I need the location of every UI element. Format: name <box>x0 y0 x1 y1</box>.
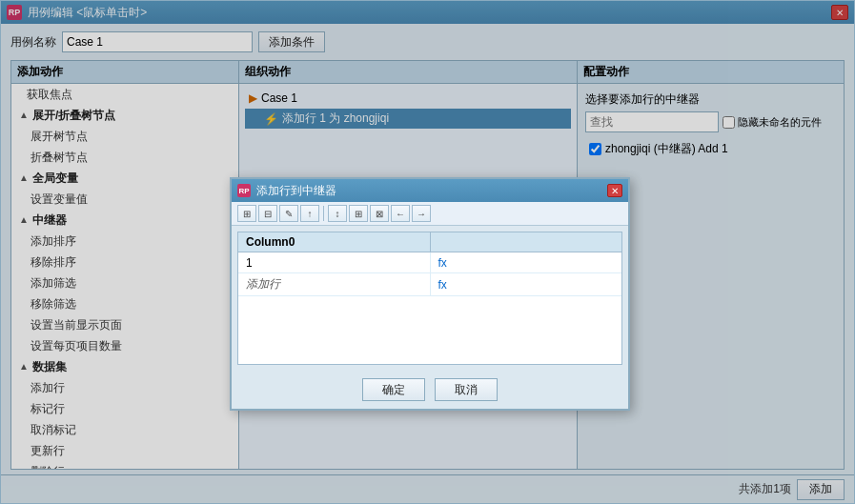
modal-dialog: RP 添加行到中继器 ✕ ⊞ ⊟ ✎ ↑ ↕ ⊞ ⊠ ← → <box>230 177 630 411</box>
modal-toolbar: ⊞ ⊟ ✎ ↑ ↕ ⊞ ⊠ ← → <box>232 202 628 226</box>
modal-overlay: RP 添加行到中继器 ✕ ⊞ ⊟ ✎ ↑ ↕ ⊞ ⊠ ← → <box>1 1 854 503</box>
grid-cell-1-1: 1 <box>238 252 431 272</box>
fx-link-1[interactable]: fx <box>438 256 447 270</box>
add-row-cell[interactable]: 添加行 <box>238 273 431 295</box>
grid-header: Column0 <box>238 232 621 252</box>
grid-row-1[interactable]: 1 fx <box>238 252 621 273</box>
toolbar-separator-1 <box>323 206 324 221</box>
toolbar-btn-8[interactable]: ← <box>391 205 410 222</box>
toolbar-btn-3[interactable]: ✎ <box>279 205 298 222</box>
modal-close-button[interactable]: ✕ <box>607 184 622 197</box>
modal-app-icon: RP <box>237 184 251 197</box>
add-row-fx[interactable]: fx <box>431 273 622 295</box>
main-window: RP 用例编辑 <鼠标单击时> ✕ 用例名称 添加条件 添加动作 获取焦点 ▲ … <box>0 0 855 504</box>
cancel-button[interactable]: 取消 <box>435 378 498 401</box>
modal-footer: 确定 取消 <box>232 371 628 409</box>
toolbar-btn-9[interactable]: → <box>412 205 431 222</box>
toolbar-btn-2[interactable]: ⊟ <box>258 205 277 222</box>
toolbar-btn-6[interactable]: ⊞ <box>349 205 368 222</box>
toolbar-btn-5[interactable]: ↕ <box>328 205 347 222</box>
modal-grid: Column0 1 fx 添加行 fx <box>237 232 622 365</box>
modal-title: 添加行到中继器 <box>256 183 607 199</box>
toolbar-btn-7[interactable]: ⊠ <box>370 205 389 222</box>
toolbar-btn-1[interactable]: ⊞ <box>237 205 256 222</box>
confirm-button[interactable]: 确定 <box>362 378 425 401</box>
grid-cell-1-2[interactable]: fx <box>431 252 622 272</box>
fx-link-add[interactable]: fx <box>438 278 447 292</box>
toolbar-btn-4[interactable]: ↑ <box>300 205 319 222</box>
grid-row-add[interactable]: 添加行 fx <box>238 273 621 296</box>
col-header-1 <box>431 232 622 252</box>
modal-title-bar: RP 添加行到中继器 ✕ <box>232 179 628 202</box>
col-header-0: Column0 <box>238 232 431 252</box>
